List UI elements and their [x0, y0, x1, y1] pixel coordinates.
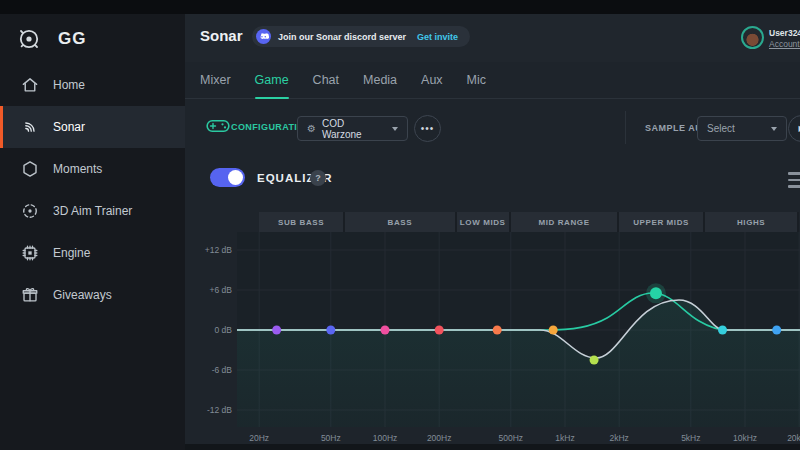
band-header-highs: HIGHS: [705, 212, 799, 233]
band-header-upper-mids: UPPER MIDS: [619, 212, 705, 233]
y-axis-label: 0 dB: [190, 325, 232, 335]
band-header-low-mids: LOW MIDS: [457, 212, 511, 233]
band-header-mid-range: MID RANGE: [511, 212, 619, 233]
eq-band-handle-860hz[interactable]: [549, 326, 558, 335]
x-axis-label: 10kHz: [733, 433, 757, 443]
x-axis-label: 100Hz: [373, 433, 398, 443]
band-header-bass: BASS: [345, 212, 457, 233]
x-axis-label: 5kHz: [681, 433, 700, 443]
y-axis-label: -12 dB: [190, 405, 232, 415]
x-axis-label: 20kHz: [787, 433, 800, 443]
x-axis-label: 2kHz: [609, 433, 628, 443]
eq-band-handle-25hz[interactable]: [272, 326, 281, 335]
y-axis-label: +6 dB: [190, 285, 232, 295]
eq-curve-canvas: [237, 232, 800, 427]
y-axis-label: -6 dB: [190, 365, 232, 375]
content-bottom-strip: [185, 444, 800, 450]
x-axis-label: 1kHz: [555, 433, 574, 443]
y-axis-label: +12 dB: [190, 245, 232, 255]
eq-band-handle-420hz[interactable]: [493, 326, 502, 335]
x-axis-label: 50Hz: [321, 433, 341, 443]
eq-band-handle-7500hz[interactable]: [718, 326, 727, 335]
equalizer-chart: SUB BASSBASSLOW MIDSMID RANGEUPPER MIDSH…: [0, 0, 800, 450]
eq-band-handle-50hz[interactable]: [326, 326, 335, 335]
x-axis-label: 20Hz: [249, 433, 269, 443]
eq-band-handle-200hz[interactable]: [435, 326, 444, 335]
x-axis-label: 200Hz: [427, 433, 452, 443]
eq-band-handle-1450hz[interactable]: [590, 356, 599, 365]
band-header-sub-bass: SUB BASS: [259, 212, 345, 233]
eq-band-handle-15000hz[interactable]: [772, 326, 781, 335]
x-axis-label: 500Hz: [499, 433, 524, 443]
eq-band-handle-100hz[interactable]: [381, 326, 390, 335]
eq-band-handle-3200hz[interactable]: [650, 287, 662, 299]
